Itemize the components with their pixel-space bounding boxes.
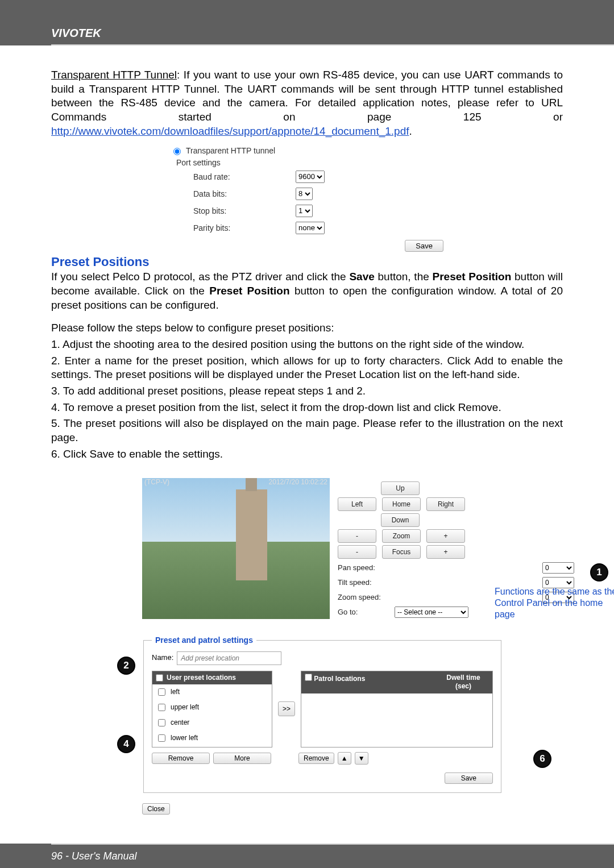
move-right-button[interactable]: >> bbox=[278, 701, 295, 716]
preset-name-label: Name: bbox=[152, 653, 173, 663]
patrol-list: Patrol locations Dwell time (sec) bbox=[301, 671, 493, 748]
list-item[interactable]: left bbox=[152, 684, 272, 700]
step-6: 6. Click Save to enable the settings. bbox=[51, 447, 563, 462]
tunnel-radio-row: Transparent HTTP tunnel bbox=[171, 144, 443, 157]
preset-more-button[interactable]: More bbox=[213, 753, 271, 764]
user-preset-header: User preset locations bbox=[167, 674, 236, 683]
step-4: 4. To remove a preset position from the … bbox=[51, 401, 563, 415]
stop-bits-label: Stop bits: bbox=[171, 206, 296, 216]
goto-select[interactable]: -- Select one -- bbox=[395, 607, 468, 618]
data-bits-label: Data bits: bbox=[171, 189, 296, 199]
list-item[interactable]: upper left bbox=[152, 700, 272, 715]
period: . bbox=[409, 125, 412, 137]
patrol-header-checkbox[interactable] bbox=[305, 674, 312, 681]
goto-label: Go to: bbox=[338, 608, 395, 617]
zoom-in-button[interactable]: + bbox=[426, 529, 465, 543]
preset-config-figure: (TCP-V) 2012/7/20 10:02:22 Up Left Home … bbox=[142, 478, 574, 815]
focus-out-button[interactable]: - bbox=[338, 545, 376, 559]
page-content: Transparent HTTP Tunnel: If you want to … bbox=[51, 68, 563, 815]
list-item[interactable]: center bbox=[152, 715, 272, 730]
ptz-right-button[interactable]: Right bbox=[426, 497, 465, 511]
list-item[interactable]: lower left bbox=[152, 730, 272, 746]
baud-select[interactable]: 9600 bbox=[296, 171, 325, 183]
video-preview: (TCP-V) 2012/7/20 10:02:22 bbox=[142, 478, 330, 619]
p1-pp: Preset Position bbox=[433, 271, 512, 283]
header-underline bbox=[51, 44, 614, 45]
user-preset-list: User preset locations left upper left ce… bbox=[152, 671, 272, 748]
stop-bits-select[interactable]: 1 bbox=[296, 205, 313, 217]
zoom-speed-label: Zoom speed: bbox=[338, 593, 395, 603]
footer-band: 96 - User's Manual bbox=[0, 844, 614, 868]
baud-label: Baud rate: bbox=[171, 172, 296, 182]
step-3: 3. To add additional preset positions, p… bbox=[51, 384, 563, 398]
preset-checkbox[interactable] bbox=[158, 704, 165, 711]
footer-text: 96 - User's Manual bbox=[51, 850, 137, 862]
data-bits-select[interactable]: 8 bbox=[296, 188, 313, 200]
tunnel-radio[interactable] bbox=[173, 148, 181, 155]
focus-label: Focus bbox=[382, 545, 421, 559]
badge-4: 4 bbox=[117, 735, 135, 753]
ptz-up-button[interactable]: Up bbox=[381, 481, 420, 495]
preset-item-label: left bbox=[171, 688, 180, 697]
header-band: VIVOTEK bbox=[0, 0, 614, 45]
close-button[interactable]: Close bbox=[142, 803, 170, 815]
preset-item-label: center bbox=[171, 719, 189, 728]
zoom-label: Zoom bbox=[382, 529, 421, 543]
p1-pp2: Preset Position bbox=[209, 285, 289, 297]
pan-speed-label: Pan speed: bbox=[338, 563, 395, 573]
port-settings-panel: Transparent HTTP tunnel Port settings Ba… bbox=[171, 144, 443, 251]
preset-paragraph: If you select Pelco D protocol, as the P… bbox=[51, 270, 563, 312]
video-timestamp: 2012/7/20 10:02:22 bbox=[269, 478, 327, 489]
preset-patrol-fieldset: Preset and patrol settings Name: User pr… bbox=[143, 635, 501, 792]
patrol-remove-button[interactable]: Remove bbox=[298, 753, 334, 764]
p1-save: Save bbox=[349, 271, 374, 283]
preset-save-button[interactable]: Save bbox=[445, 773, 493, 784]
dwell-header: Dwell time (sec) bbox=[438, 674, 489, 691]
preset-patrol-legend: Preset and patrol settings bbox=[152, 635, 256, 645]
parity-bits-label: Parity bits: bbox=[171, 223, 296, 233]
video-building bbox=[236, 489, 267, 580]
ptz-down-button[interactable]: Down bbox=[381, 513, 420, 527]
section-title: Preset Positions bbox=[51, 254, 563, 271]
p1b: button, the bbox=[375, 271, 433, 283]
port-save-button[interactable]: Save bbox=[405, 240, 443, 252]
ptz-left-button[interactable]: Left bbox=[338, 497, 376, 511]
tunnel-label: Transparent HTTP Tunnel bbox=[51, 69, 177, 81]
badge-1: 1 bbox=[590, 563, 608, 582]
preset-checkbox[interactable] bbox=[158, 719, 165, 726]
controls-note: Functions are the same as the Control Pa… bbox=[495, 586, 614, 620]
badge-6: 6 bbox=[533, 750, 551, 768]
preset-name-input[interactable] bbox=[177, 651, 281, 665]
patrol-header: Patrol locations bbox=[314, 675, 365, 683]
p1a: If you select Pelco D protocol, as the P… bbox=[51, 271, 349, 283]
tunnel-radio-label: Transparent HTTP tunnel bbox=[186, 146, 275, 156]
ptz-home-button[interactable]: Home bbox=[382, 497, 421, 511]
focus-in-button[interactable]: + bbox=[426, 545, 465, 559]
tilt-speed-label: Tilt speed: bbox=[338, 578, 395, 588]
preset-checkbox[interactable] bbox=[158, 734, 165, 742]
parity-bits-select[interactable]: none bbox=[296, 222, 325, 234]
step-2: 2. Enter a name for the preset position,… bbox=[51, 354, 563, 382]
zoom-out-button[interactable]: - bbox=[338, 529, 376, 543]
footer-overline bbox=[51, 844, 614, 845]
step-1: 1. Adjust the shooting area to the desir… bbox=[51, 338, 563, 352]
step-5: 5. The preset positions will also be dis… bbox=[51, 417, 563, 445]
badge-2: 2 bbox=[117, 657, 135, 675]
appnote-link[interactable]: http://www.vivotek.com/downloadfiles/sup… bbox=[51, 125, 409, 137]
intro-paragraph: Transparent HTTP Tunnel: If you want to … bbox=[51, 68, 563, 138]
patrol-up-button[interactable]: ▲ bbox=[338, 752, 351, 765]
preset-remove-button[interactable]: Remove bbox=[152, 753, 210, 764]
preset-item-label: upper left bbox=[171, 703, 199, 712]
port-settings-label: Port settings bbox=[171, 157, 443, 168]
video-title: (TCP-V) bbox=[144, 478, 169, 489]
steps-intro: Please follow the steps below to configu… bbox=[51, 321, 563, 335]
preset-item-label: lower left bbox=[171, 734, 198, 743]
preset-checkbox[interactable] bbox=[158, 688, 165, 696]
user-preset-header-checkbox[interactable] bbox=[156, 674, 163, 682]
patrol-down-button[interactable]: ▼ bbox=[355, 752, 368, 765]
brand-logo: VIVOTEK bbox=[51, 27, 101, 40]
pan-speed-select[interactable]: 0 bbox=[542, 562, 574, 574]
